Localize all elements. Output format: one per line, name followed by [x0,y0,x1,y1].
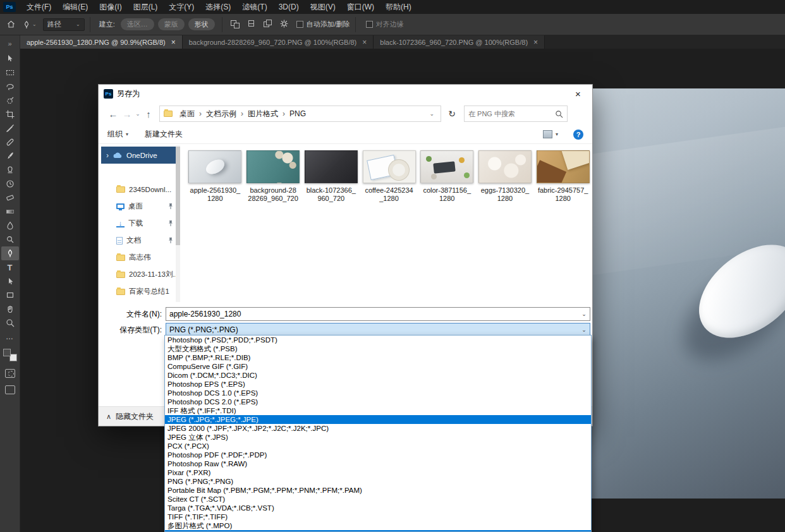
file-item-coffee[interactable]: coffee-2425234 _1280 [362,150,416,203]
home-icon[interactable] [6,20,16,30]
list-item-bmp[interactable]: BMP (*.BMP;*.RLE;*.DIB) [165,353,591,362]
file-item-color[interactable]: color-3871156_ 1280 [420,150,474,203]
list-item-mpo[interactable]: 多图片格式 (*.MPO) [165,521,591,530]
move-tool-icon[interactable] [1,52,19,66]
menu-filter[interactable]: 滤镜(T) [236,0,272,14]
tab-background[interactable]: background-2828269_960_720.PNG @ 100%(RG… [183,35,374,49]
pen-tool-icon[interactable] [1,246,19,260]
shape-button[interactable]: 形状 [188,18,215,30]
shape-tool-icon[interactable] [1,288,19,302]
list-item-eps[interactable]: Photoshop EPS (*.EPS) [165,380,591,389]
path-selection-tool-icon[interactable] [1,274,19,288]
menu-file[interactable]: 文件(F) [21,0,57,14]
up-button[interactable]: ↑ [142,109,155,119]
edit-toolbar-icon[interactable]: … [1,330,19,344]
dialog-title-bar[interactable]: Ps 另存为 × [99,85,592,103]
sidebar-item-documents[interactable]: 文档 [101,232,176,249]
list-item-jpeg[interactable]: JPEG (*.JPG;*.JPEG;*.JPE) [165,415,591,424]
list-item-pixar[interactable]: Pixar (*.PXR) [165,468,591,477]
crop-tool-icon[interactable] [1,107,19,121]
forward-button[interactable]: → [120,109,134,119]
tab-apple[interactable]: apple-2561930_1280.PNG @ 90.9%(RGB/8) × [20,35,183,49]
list-item-psb[interactable]: 大型文档格式 (*.PSB) [165,344,591,353]
list-item-targa[interactable]: Targa (*.TGA;*.VDA;*.ICB;*.VST) [165,504,591,512]
list-item-png[interactable]: PNG (*.PNG;*.PNG) [165,477,591,486]
back-button[interactable]: ← [106,109,120,119]
file-item-black[interactable]: black-1072366_ 960_720 [304,150,358,203]
color-swatches[interactable] [3,349,17,361]
list-item-psd[interactable]: Photoshop (*.PSD;*.PDD;*.PSDT) [165,336,591,344]
file-item-background[interactable]: background-28 28269_960_720 [246,150,300,203]
hide-folders-button[interactable]: ∧ 隐藏文件夹 [106,411,154,422]
quick-selection-tool-icon[interactable] [1,94,19,107]
path-alignment-icon[interactable] [246,20,258,30]
search-box[interactable] [464,106,568,122]
quick-mask-icon[interactable] [5,369,15,378]
screen-mode-icon[interactable] [5,385,15,394]
list-item-jpeg2000[interactable]: JPEG 2000 (*.JPF;*.JPX;*.JP2;*.J2C;*.J2K… [165,424,591,433]
marquee-tool-icon[interactable] [1,66,19,80]
sidebar-item-baijiahao[interactable]: 百家号总结1 [101,283,176,300]
close-icon[interactable]: × [533,38,538,47]
gradient-tool-icon[interactable] [1,205,19,219]
current-tool-icon[interactable]: ⌄ [22,20,37,29]
organize-button[interactable]: 组织 ▾ [107,129,128,140]
close-icon[interactable]: × [362,38,367,47]
sidebar-item-gaozhiwei[interactable]: 高志伟 [101,249,176,266]
mask-button[interactable]: 蒙版 [158,18,185,30]
filename-input[interactable] [166,310,578,318]
align-edges-checkbox[interactable] [366,21,373,28]
scrollbar-thumb[interactable] [176,147,180,245]
menu-view[interactable]: 视图(V) [305,0,341,14]
list-item-dcs1[interactable]: Photoshop DCS 1.0 (*.EPS) [165,389,591,397]
collapse-toolbar-icon[interactable]: » [8,35,11,52]
view-options-button[interactable]: ▾ [543,130,558,138]
new-folder-button[interactable]: 新建文件夹 [145,129,183,140]
list-item-jps[interactable]: JPEG 立体 (*.JPS) [165,433,591,442]
breadcrumb-png[interactable]: PNG [285,109,310,118]
eyedropper-tool-icon[interactable] [1,121,19,135]
list-item-pcx[interactable]: PCX (*.PCX) [165,442,591,450]
tab-black[interactable]: black-1072366_960_720.PNG @ 100%(RGB/8) … [374,35,545,49]
list-item-dcs2[interactable]: Photoshop DCS 2.0 (*.EPS) [165,397,591,406]
menu-type[interactable]: 文字(Y) [163,0,200,14]
foreground-color-swatch[interactable] [3,349,11,356]
menu-3d[interactable]: 3D(D) [273,0,305,14]
tool-mode-select[interactable]: 路径 ⌄ [43,18,85,31]
sidebar-scrollbar[interactable] [176,145,180,302]
blur-tool-icon[interactable] [1,219,19,233]
menu-image[interactable]: 图像(I) [94,0,127,14]
address-dropdown-icon[interactable]: ⌄ [427,111,437,117]
breadcrumb-desktop[interactable]: 桌面 [175,109,199,119]
sidebar-item-desktop[interactable]: 桌面 [101,198,176,215]
sidebar-item-2023-11-13[interactable]: 2023-11-13刘... [101,266,176,283]
search-input[interactable] [465,110,555,118]
list-item-pbm[interactable]: Portable Bit Map (*.PBM;*.PGM;*.PPM;*.PN… [165,486,591,495]
menu-select[interactable]: 选择(S) [200,0,236,14]
list-item-sct[interactable]: Scitex CT (*.SCT) [165,495,591,504]
list-item-gif[interactable]: CompuServe GIF (*.GIF) [165,362,591,371]
breadcrumb-image-formats[interactable]: 图片格式 [243,109,283,119]
dodge-tool-icon[interactable] [1,233,19,246]
menu-edit[interactable]: 编辑(E) [57,0,94,14]
auto-add-delete-checkbox[interactable] [296,21,303,28]
chevron-down-icon[interactable]: ⌄ [578,327,590,333]
file-item-fabric[interactable]: fabric-2945757_ 1280 [536,150,590,203]
sidebar-item-onedrive[interactable]: › OneDrive [101,147,176,164]
gear-icon[interactable] [279,19,289,30]
path-operations-icon[interactable] [230,20,241,30]
path-arrangement-icon[interactable] [263,20,274,30]
refresh-icon[interactable]: ↻ [444,106,460,122]
zoom-tool-icon[interactable] [1,316,19,330]
selection-button[interactable]: 选区… [121,18,154,30]
lasso-tool-icon[interactable] [1,80,19,94]
history-brush-tool-icon[interactable] [1,177,19,191]
close-icon[interactable]: × [171,38,176,47]
healing-brush-tool-icon[interactable] [1,135,19,149]
eraser-tool-icon[interactable] [1,191,19,205]
list-item-dicom[interactable]: Dicom (*.DCM;*.DC3;*.DIC) [165,371,591,380]
menu-layer[interactable]: 图层(L) [128,0,164,14]
sidebar-item-downloads[interactable]: ↓ 下载 [101,215,176,232]
file-item-eggs[interactable]: eggs-7130320_ 1280 [478,150,532,203]
help-button[interactable]: ? [573,130,583,140]
